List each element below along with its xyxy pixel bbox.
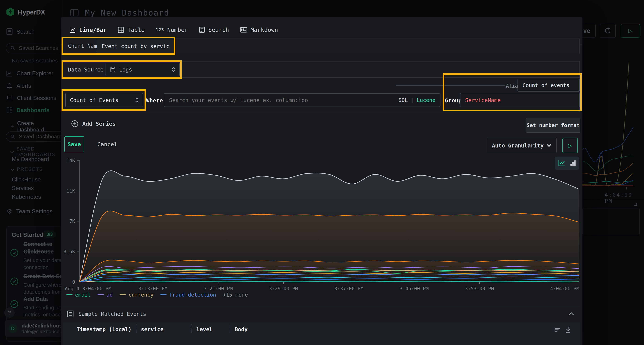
add-series-button[interactable]: Add Series xyxy=(71,120,116,127)
tab-markdown[interactable]: Markdown xyxy=(240,26,278,33)
timeseries-chart[interactable]: 0 3.5K 7K 11K 14K 3:13:00 PM 3:21:00 PM … xyxy=(64,157,580,296)
data-source-label: Data Source xyxy=(68,66,104,73)
where-label: Where xyxy=(146,97,163,104)
run-query-button[interactable]: ▷ xyxy=(562,138,578,153)
svg-text:3:21:00 PM: 3:21:00 PM xyxy=(204,286,233,291)
tab-number[interactable]: 123 Number xyxy=(156,26,188,33)
column-separator[interactable] xyxy=(136,325,136,333)
svg-text:Aug 4 3:04:00 PM: Aug 4 3:04:00 PM xyxy=(65,286,111,291)
group-by-input[interactable] xyxy=(460,93,580,107)
select-updown-icon xyxy=(135,97,138,103)
aggregation-select[interactable]: Count of Events xyxy=(65,93,143,107)
set-number-format-button[interactable]: Set number format xyxy=(526,118,580,133)
svg-text:3:37:00 PM: 3:37:00 PM xyxy=(334,286,364,291)
svg-text:4:04:00 PM: 4:04:00 PM xyxy=(550,286,579,291)
collapse-chevron-up-icon[interactable] xyxy=(568,312,574,315)
table-tab-icon xyxy=(118,27,124,33)
svg-text:3:53:00 PM: 3:53:00 PM xyxy=(465,286,494,291)
legend-swatch xyxy=(66,295,73,295)
col-level[interactable]: level xyxy=(196,326,212,333)
legend-item[interactable]: ad xyxy=(98,292,113,298)
legend-item[interactable]: currency xyxy=(120,292,154,298)
query-language-toggle[interactable]: SQL | Lucene xyxy=(398,97,436,103)
svg-text:3:45:00 PM: 3:45:00 PM xyxy=(400,286,429,291)
data-source-select[interactable]: Logs xyxy=(106,63,180,76)
alias-input[interactable] xyxy=(518,79,580,91)
list-icon xyxy=(67,310,74,318)
select-updown-icon xyxy=(172,67,175,72)
database-icon xyxy=(110,67,116,72)
svg-text:7K: 7K xyxy=(69,218,75,224)
search-tab-icon xyxy=(199,27,205,33)
chart-editor-modal: Line/Bar Table 123 Number Search Markdow… xyxy=(61,17,582,345)
cancel-button[interactable]: Cancel xyxy=(96,136,118,152)
legend-more-link[interactable]: +15 more xyxy=(223,292,248,298)
svg-text:3:29:00 PM: 3:29:00 PM xyxy=(269,286,298,291)
lucene-option[interactable]: Lucene xyxy=(417,97,436,103)
svg-text:11K: 11K xyxy=(66,188,75,194)
svg-text:3:13:00 PM: 3:13:00 PM xyxy=(138,286,168,291)
sample-events-header[interactable]: Sample Matched Events xyxy=(67,310,146,318)
123-icon: 123 xyxy=(156,27,164,32)
svg-text:14K: 14K xyxy=(66,158,75,163)
legend-swatch xyxy=(120,295,126,295)
section-divider xyxy=(63,306,580,306)
column-settings-icon[interactable] xyxy=(554,327,561,333)
svg-text:3.5K: 3.5K xyxy=(64,249,75,254)
legend-item[interactable]: email xyxy=(66,292,91,298)
legend-item[interactable]: fraud-detection xyxy=(160,292,216,298)
save-button[interactable]: Save xyxy=(64,136,84,152)
col-service[interactable]: service xyxy=(141,326,164,333)
svg-text:0: 0 xyxy=(72,279,75,285)
alias-connector-line xyxy=(396,85,505,86)
events-table-header: Timestamp (Local) service level Body xyxy=(63,322,580,345)
markdown-tab-icon xyxy=(240,27,247,33)
legend-swatch xyxy=(160,295,167,295)
chart-name-label: Chart Name xyxy=(68,43,100,49)
where-input[interactable]: SQL | Lucene xyxy=(164,93,440,107)
column-separator[interactable] xyxy=(230,325,230,333)
chart-name-input[interactable] xyxy=(96,39,174,53)
download-icon[interactable] xyxy=(565,326,571,333)
chart-legend: email ad currency fraud-detection+15 mor… xyxy=(66,292,248,298)
data-source-value: Logs xyxy=(119,66,132,73)
col-body[interactable]: Body xyxy=(235,326,248,333)
granularity-select[interactable]: Auto Granularity xyxy=(486,138,557,153)
tab-line-bar[interactable]: Line/Bar xyxy=(70,26,106,33)
app-root: HyperDX Search No saved searches Chart E… xyxy=(0,0,644,345)
col-timestamp[interactable]: Timestamp (Local) xyxy=(76,326,132,333)
sql-option[interactable]: SQL xyxy=(398,97,408,103)
tab-table[interactable]: Table xyxy=(118,26,144,33)
chevron-down-icon xyxy=(547,144,551,147)
line-chart-tab-icon xyxy=(70,27,76,33)
column-separator[interactable] xyxy=(192,325,192,333)
legend-swatch xyxy=(98,295,104,295)
tab-search[interactable]: Search xyxy=(199,26,229,33)
plus-circle-icon xyxy=(71,120,78,127)
play-icon: ▷ xyxy=(568,142,572,149)
